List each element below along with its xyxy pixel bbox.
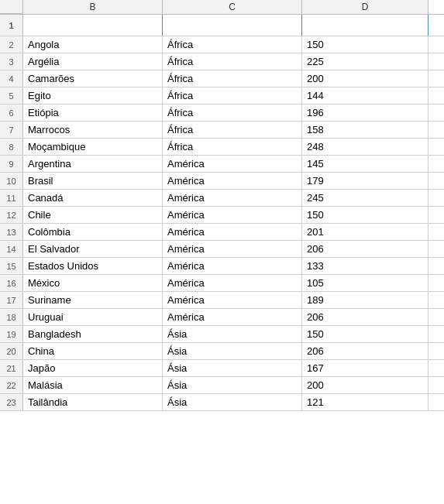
row-number: 16: [0, 275, 23, 291]
cell-continente: América: [163, 224, 302, 240]
table-row: 4 Camarões África 200: [0, 70, 444, 87]
cell-continente: África: [163, 70, 302, 87]
row-number: 21: [0, 360, 23, 376]
table-row: 14 El Salvador América 206: [0, 241, 444, 258]
cell-representantes: 145: [302, 156, 429, 172]
cell-pais: Etiópia: [23, 105, 163, 121]
row-number: 12: [0, 207, 23, 223]
table-row: 17 Suriname América 189: [0, 292, 444, 309]
row-number: 18: [0, 309, 23, 325]
table-row: 18 Uruguai América 206: [0, 309, 444, 326]
cell-representantes: 196: [302, 105, 429, 121]
table-row: 6 Etiópia África 196: [0, 105, 444, 122]
cell-continente: África: [163, 36, 302, 53]
cell-pais: Malásia: [23, 377, 163, 393]
table-row: 13 Colômbia América 201: [0, 224, 444, 241]
cell-pais: El Salvador: [23, 241, 163, 257]
cell-representantes: 121: [302, 394, 429, 410]
row-number: 5: [0, 87, 23, 104]
row-number: 8: [0, 139, 23, 155]
row-number: 20: [0, 343, 23, 359]
row-number: 2: [0, 36, 23, 53]
cell-representantes: 200: [302, 377, 429, 393]
cell-representantes: 200: [302, 70, 429, 87]
cell-pais: Japão: [23, 360, 163, 376]
cell-representantes: 179: [302, 173, 429, 189]
row-number: 10: [0, 173, 23, 189]
header-pais: PAÍS: [23, 15, 163, 36]
cell-continente: África: [163, 122, 302, 138]
row-number: 19: [0, 326, 23, 342]
cell-pais: Argélia: [23, 53, 163, 70]
col-c-header: C: [163, 0, 302, 14]
cell-pais: Estados Unidos: [23, 258, 163, 274]
cell-pais: Camarões: [23, 70, 163, 87]
cell-continente: África: [163, 87, 302, 104]
table-row: 2 Angola África 150: [0, 36, 444, 53]
cell-continente: África: [163, 53, 302, 70]
cell-continente: América: [163, 173, 302, 189]
cell-representantes: 245: [302, 190, 429, 206]
cell-representantes: 201: [302, 224, 429, 240]
table-row: 21 Japão Ásia 167: [0, 360, 444, 377]
cell-pais: Egito: [23, 87, 163, 104]
row-number: 23: [0, 394, 23, 410]
row-number: 15: [0, 258, 23, 274]
row-number: 3: [0, 53, 23, 70]
cell-representantes: 167: [302, 360, 429, 376]
cell-continente: América: [163, 207, 302, 223]
table-row: 5 Egito África 144: [0, 87, 444, 105]
row-number: 7: [0, 122, 23, 138]
header-row-num: 1: [0, 15, 23, 36]
cell-pais: México: [23, 275, 163, 291]
header-representantes: REPRESENTANTES: [302, 15, 429, 36]
table-header-row: 1 PAÍS CONTINENTE REPRESENTANTES: [0, 15, 444, 36]
cell-continente: Ásia: [163, 343, 302, 359]
cell-pais: Bangladesh: [23, 326, 163, 342]
cell-pais: Brasil: [23, 173, 163, 189]
table-row: 22 Malásia Ásia 200: [0, 377, 444, 394]
col-b-header: B: [23, 0, 163, 14]
table-body: 2 Angola África 150 3 Argélia África 225…: [0, 36, 444, 411]
row-number: 9: [0, 156, 23, 172]
cell-pais: Argentina: [23, 156, 163, 172]
cell-pais: Colômbia: [23, 224, 163, 240]
cell-continente: Ásia: [163, 326, 302, 342]
cell-representantes: 150: [302, 207, 429, 223]
table-row: 11 Canadá América 245: [0, 190, 444, 207]
row-number: 13: [0, 224, 23, 240]
table-row: 15 Estados Unidos América 133: [0, 258, 444, 275]
cell-representantes: 150: [302, 36, 429, 53]
cell-continente: América: [163, 258, 302, 274]
cell-representantes: 248: [302, 139, 429, 155]
table-row: 19 Bangladesh Ásia 150: [0, 326, 444, 343]
table-row: 10 Brasil América 179: [0, 173, 444, 190]
cell-continente: América: [163, 292, 302, 308]
cell-pais: Chile: [23, 207, 163, 223]
row-number: 14: [0, 241, 23, 257]
cell-representantes: 225: [302, 53, 429, 70]
cell-continente: África: [163, 105, 302, 121]
row-number: 4: [0, 70, 23, 87]
cell-continente: América: [163, 309, 302, 325]
table-row: 12 Chile América 150: [0, 207, 444, 224]
spreadsheet: B C D 1 PAÍS CONTINENTE REPRESENTANTES 2…: [0, 0, 444, 411]
cell-pais: Marrocos: [23, 122, 163, 138]
cell-continente: África: [163, 139, 302, 155]
cell-representantes: 105: [302, 275, 429, 291]
cell-representantes: 206: [302, 309, 429, 325]
cell-representantes: 158: [302, 122, 429, 138]
cell-pais: Angola: [23, 36, 163, 53]
cell-continente: Ásia: [163, 377, 302, 393]
table-row: 7 Marrocos África 158: [0, 122, 444, 139]
corner-cell: [0, 0, 23, 14]
row-number: 22: [0, 377, 23, 393]
row-number: 6: [0, 105, 23, 121]
cell-pais: Moçambique: [23, 139, 163, 155]
cell-continente: Ásia: [163, 394, 302, 410]
cell-pais: Suriname: [23, 292, 163, 308]
table-row: 23 Tailândia Ásia 121: [0, 394, 444, 411]
row-number: 11: [0, 190, 23, 206]
table-row: 20 China Ásia 206: [0, 343, 444, 360]
cell-pais: Uruguai: [23, 309, 163, 325]
